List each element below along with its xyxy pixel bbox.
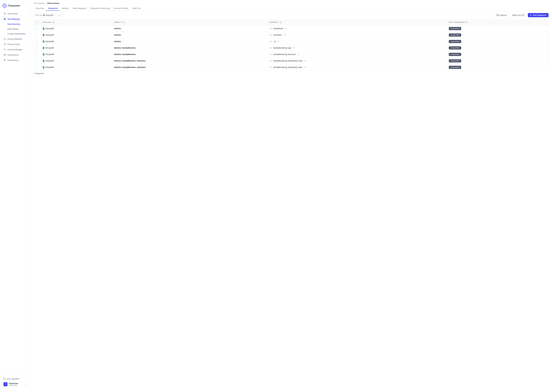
category-badge-1[interactable]: Unspecified bbox=[449, 34, 461, 37]
property-type-icon-3[interactable] bbox=[269, 47, 272, 49]
sidebar-label-consent-manager: Consent Manager bbox=[7, 49, 22, 51]
tab-vendors[interactable]: Vendors bbox=[60, 6, 71, 11]
row-checkbox-1[interactable] bbox=[36, 34, 38, 36]
circle-check-icon bbox=[3, 12, 6, 15]
filter-close-button[interactable]: × bbox=[54, 14, 55, 16]
sidebar-item-data-inventory[interactable]: Data Inventory bbox=[6, 22, 29, 26]
property-name-5: familyMembers[]::attributes[]::name bbox=[273, 60, 302, 62]
property-name-2: _id bbox=[273, 40, 276, 42]
property-search-icon-6[interactable] bbox=[304, 66, 306, 69]
sidebar-item-consent-manager[interactable]: Consent Manager bbox=[1, 47, 29, 52]
filter-value: MongoDB bbox=[45, 14, 53, 16]
row-silo-5: MongoDB bbox=[40, 57, 112, 64]
add-datapoints-button[interactable]: Add Datapoints bbox=[528, 13, 549, 17]
svg-line-36 bbox=[285, 35, 285, 36]
logo[interactable]: Transcend bbox=[0, 2, 30, 11]
sidebar-item-assessments[interactable]: Assessments bbox=[1, 52, 29, 57]
row-checkbox-4[interactable] bbox=[36, 53, 38, 56]
add-filter-button[interactable]: + bbox=[58, 14, 62, 17]
svg-rect-53 bbox=[270, 67, 270, 68]
property-search-icon-0[interactable] bbox=[284, 27, 287, 30]
question-icon: ? bbox=[3, 378, 6, 380]
sidebar-item-privacy-center[interactable]: Privacy Center bbox=[1, 42, 29, 47]
cube-icon bbox=[3, 59, 6, 62]
property-search-icon-1[interactable] bbox=[283, 34, 286, 36]
property-name-0: familyName bbox=[273, 28, 283, 29]
content-area: Data Silo MongoDB × + Columns Export To … bbox=[30, 11, 552, 392]
property-search-icon-2[interactable] bbox=[277, 40, 280, 43]
property-search-icon-3[interactable] bbox=[292, 47, 295, 49]
row-checkbox-6[interactable] bbox=[36, 66, 38, 68]
sidebar-item-data-reports[interactable]: Data Reports bbox=[6, 27, 29, 31]
sidebar-label-privacy-center: Privacy Center bbox=[7, 43, 20, 45]
svg-rect-26 bbox=[498, 14, 499, 16]
property-type-icon-4[interactable] bbox=[269, 53, 272, 56]
row-checkbox-cell bbox=[34, 45, 40, 51]
sidebar-item-action-items[interactable]: Action Items bbox=[1, 11, 29, 16]
row-object-6: families::familyMembers::attributes bbox=[112, 64, 267, 70]
data-categories-info-icon[interactable]: ⓘ bbox=[466, 21, 468, 24]
property-info-icon[interactable]: ⓘ bbox=[280, 21, 282, 24]
row-object-0: families bbox=[112, 25, 267, 32]
svg-point-10 bbox=[4, 38, 6, 40]
category-badge-5[interactable]: Unspecified bbox=[449, 59, 461, 63]
row-property-cell-0: familyName bbox=[267, 25, 446, 32]
row-property-cell-4: familyMembers[]::firstname bbox=[267, 51, 446, 57]
row-silo-4: MongoDB bbox=[40, 51, 112, 57]
object-info-icon[interactable]: ⓘ bbox=[122, 21, 124, 24]
svg-rect-38 bbox=[271, 41, 272, 42]
tab-data-silos[interactable]: Data Silos bbox=[34, 6, 46, 11]
property-type-icon-0[interactable] bbox=[269, 27, 272, 30]
mongodb-leaf-icon-6 bbox=[43, 66, 45, 69]
avatar: T bbox=[3, 382, 7, 386]
table-row: MongoDB families::familyMembers familyMe… bbox=[34, 51, 548, 57]
property-search-icon-4[interactable] bbox=[297, 53, 300, 56]
monitor-icon bbox=[3, 43, 6, 46]
mongodb-leaf-icon-5 bbox=[43, 59, 45, 62]
sidebar-item-privacy-requests[interactable]: Privacy Requests bbox=[1, 36, 29, 42]
sidebar-item-infrastructure[interactable]: Infrastructure bbox=[1, 57, 29, 63]
property-search-icon-5[interactable] bbox=[304, 59, 306, 62]
property-name-1: hometown bbox=[273, 34, 282, 36]
property-type-icon-1[interactable] bbox=[269, 34, 272, 36]
table-row: MongoDB families::familyMembers::attribu… bbox=[34, 64, 548, 70]
tab-data-categories[interactable]: Data Categories bbox=[71, 6, 88, 11]
svg-rect-50 bbox=[271, 60, 272, 61]
sidebar-item-content-classification[interactable]: Content Classification bbox=[6, 31, 29, 36]
user-name: Transcend bbox=[9, 382, 25, 385]
row-checkbox-0[interactable] bbox=[36, 28, 38, 29]
category-badge-6[interactable]: Unspecified bbox=[449, 66, 461, 69]
row-checkbox-5[interactable] bbox=[36, 60, 38, 62]
row-checkbox-3[interactable] bbox=[36, 47, 38, 49]
user-profile[interactable]: T Transcend Jeffrey Yang ▾ bbox=[2, 381, 28, 387]
category-badge-2[interactable]: Unspecified bbox=[449, 40, 461, 43]
row-category-1: Unspecified bbox=[446, 32, 548, 38]
columns-button[interactable]: Columns bbox=[494, 13, 509, 17]
tab-datapoints[interactable]: Datapoints bbox=[46, 6, 60, 11]
row-silo-0: MongoDB bbox=[40, 25, 112, 32]
table-icon bbox=[3, 54, 6, 56]
silo-name-3: MongoDB bbox=[46, 47, 54, 49]
sidebar-label-assessments: Assessments bbox=[7, 54, 19, 56]
select-all-checkbox[interactable] bbox=[36, 21, 38, 23]
category-badge-0[interactable]: Unspecified bbox=[449, 27, 461, 30]
export-csv-button[interactable]: Export To CSV bbox=[510, 13, 527, 17]
breadcrumb: Data Mapping › Data Inventory bbox=[34, 2, 549, 4]
ask-question-button[interactable]: ? Ask a question bbox=[2, 377, 28, 381]
category-badge-4[interactable]: Unspecified bbox=[449, 53, 461, 56]
breadcrumb-parent[interactable]: Data Mapping bbox=[34, 2, 44, 4]
tab-business-entities[interactable]: Business Entities bbox=[112, 6, 130, 11]
property-type-icon-6[interactable] bbox=[269, 66, 272, 69]
filter-tag-data-silo[interactable]: Data Silo MongoDB × bbox=[34, 13, 57, 17]
svg-line-40 bbox=[279, 42, 279, 42]
row-checkbox-2[interactable] bbox=[36, 41, 38, 42]
property-type-icon-5[interactable] bbox=[269, 59, 272, 62]
tab-purposes-of-processing[interactable]: Purposes of Processing bbox=[88, 6, 112, 11]
tabs: Data Silos Datapoints Vendors Data Categ… bbox=[34, 6, 549, 11]
data-silo-info-icon[interactable]: ⓘ bbox=[53, 21, 55, 24]
category-badge-3[interactable]: Unspecified bbox=[449, 46, 461, 49]
sidebar-label-data-mapping: Data Mapping bbox=[7, 18, 20, 20]
property-type-icon-2[interactable] bbox=[269, 40, 272, 43]
sidebar-item-data-mapping[interactable]: Data Mapping bbox=[1, 16, 29, 21]
tab-audit-trail[interactable]: Audit Trail bbox=[130, 6, 143, 11]
